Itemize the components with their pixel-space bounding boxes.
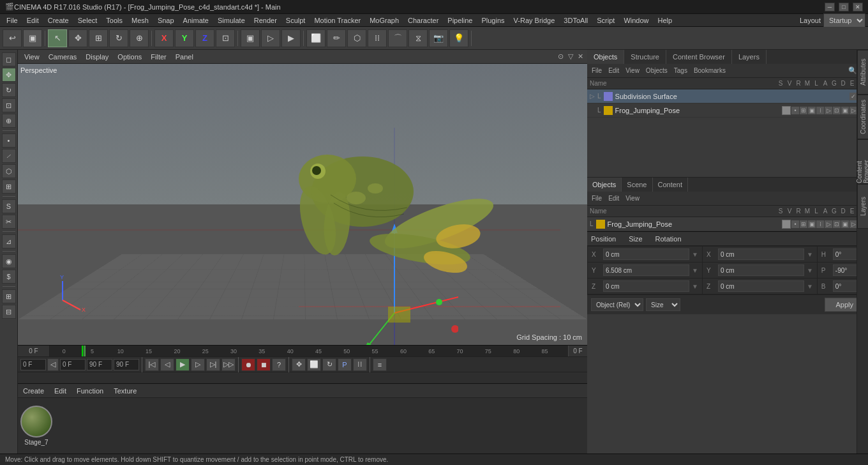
- menu-3dtoall[interactable]: 3DToAll: [560, 15, 592, 26]
- props-size-y-field[interactable]: [718, 264, 804, 276]
- light-button[interactable]: 💡: [449, 29, 468, 47]
- step-forward-frame-button[interactable]: ▷: [191, 358, 205, 371]
- anim-key-button[interactable]: ⬜: [307, 358, 321, 371]
- menu-sculpt[interactable]: Sculpt: [282, 15, 310, 26]
- menu-vray[interactable]: V-Ray Bridge: [510, 15, 559, 26]
- camera-button[interactable]: 📷: [429, 29, 448, 47]
- left-model-button[interactable]: ◻: [2, 52, 16, 66]
- content-ctrl7[interactable]: ▣: [841, 220, 849, 228]
- props-pos-y-field[interactable]: [603, 264, 689, 276]
- add-tool-button[interactable]: ⊕: [130, 29, 149, 47]
- menu-create[interactable]: Create: [44, 15, 73, 26]
- content-ctrl4[interactable]: ⁞: [816, 220, 824, 228]
- content-view-button[interactable]: View: [624, 194, 641, 202]
- record-button[interactable]: ⏺: [241, 358, 255, 371]
- props-size-x-field[interactable]: [718, 248, 804, 260]
- timeline-ruler[interactable]: 0 F 0 5 10 15 20 25 30 35 40: [18, 346, 587, 357]
- obj-row-subdivision[interactable]: ▷ L Subdivision Surface ✓ ✓: [587, 89, 868, 103]
- view-menu[interactable]: View: [20, 52, 43, 62]
- vp-expand-button[interactable]: ▽: [567, 52, 574, 61]
- props-pos-x-field[interactable]: [603, 248, 689, 260]
- side-tab-content-browser[interactable]: Content Browser: [857, 139, 868, 184]
- play-button[interactable]: ▶: [176, 358, 190, 371]
- display-menu[interactable]: Display: [82, 52, 112, 62]
- goto-end2-button[interactable]: ▷▷: [221, 358, 236, 371]
- record-stop-button[interactable]: ⏹: [257, 358, 271, 371]
- menu-help[interactable]: Help: [654, 15, 677, 26]
- mat-create-button[interactable]: Create: [20, 386, 47, 396]
- render-active-button[interactable]: ▶: [281, 29, 301, 47]
- side-tab-attributes[interactable]: Attributes: [857, 50, 868, 95]
- menu-plugins[interactable]: Plugins: [477, 15, 508, 26]
- obj-frog-ctrl2[interactable]: ⊞: [800, 107, 807, 114]
- content-ctrl3[interactable]: ▣: [808, 220, 816, 228]
- menu-edit[interactable]: Edit: [23, 15, 43, 26]
- left-rotate-button[interactable]: ↻: [2, 83, 16, 97]
- scale-tool-button[interactable]: ⊞: [89, 29, 108, 47]
- obj-frog-ctrl6[interactable]: ⊡: [833, 107, 841, 114]
- tab-objects-br[interactable]: Objects: [587, 178, 622, 192]
- axis-x-button[interactable]: X: [154, 29, 174, 47]
- anim-move-button[interactable]: ✥: [292, 358, 306, 371]
- menu-window[interactable]: Window: [620, 15, 652, 26]
- menu-render[interactable]: Render: [250, 15, 281, 26]
- tab-content-browser[interactable]: Content Browser: [666, 50, 732, 64]
- end-frame-field1[interactable]: [87, 359, 112, 370]
- props-pos-y-arrow[interactable]: ▼: [692, 267, 698, 274]
- left-layer-button[interactable]: ⊞: [2, 289, 16, 303]
- deform-button[interactable]: ⧖: [408, 29, 428, 47]
- side-tab-coordinates[interactable]: Coordinates: [857, 95, 868, 139]
- cameras-menu[interactable]: Cameras: [45, 52, 81, 62]
- start-frame-field[interactable]: [60, 359, 86, 370]
- mat-edit-button[interactable]: Edit: [52, 386, 69, 396]
- content-row-frog[interactable]: L Frog_Jumping_Pose • ⊞ ▣ ⁞ ▷ ⊡ ▣ ▷ ⬛: [587, 217, 868, 231]
- mat-function-button[interactable]: Function: [74, 386, 106, 396]
- left-edge-button[interactable]: ⟋: [2, 149, 16, 163]
- content-ctrl2[interactable]: ⊞: [800, 220, 807, 228]
- obj-frog-ctrl1[interactable]: •: [791, 107, 799, 114]
- props-size-z-arrow[interactable]: ▼: [807, 283, 813, 290]
- tab-scene[interactable]: Scene: [622, 178, 652, 192]
- filter-menu[interactable]: Filter: [147, 52, 170, 62]
- tab-layers-top[interactable]: Layers: [732, 50, 767, 64]
- content-ctrl6[interactable]: ⊡: [833, 220, 841, 228]
- obj-view-button[interactable]: View: [624, 66, 641, 75]
- left-move-button[interactable]: ✥: [2, 68, 16, 82]
- content-ctrl1[interactable]: •: [791, 220, 799, 228]
- content-ctrl5[interactable]: ▷: [825, 220, 832, 228]
- obj-bookmarks-button[interactable]: Bookmarks: [692, 66, 728, 75]
- viewport-canvas[interactable]: Y X: [18, 64, 587, 345]
- obj-tags-button[interactable]: Tags: [672, 66, 689, 75]
- menu-motion-tracker[interactable]: Motion Tracker: [310, 15, 364, 26]
- nurbs-button[interactable]: ⌒: [388, 29, 407, 47]
- left-poly-button[interactable]: ⬡: [2, 164, 16, 178]
- pen-button[interactable]: ✏: [327, 29, 346, 47]
- vp-close-button[interactable]: ✕: [576, 52, 585, 61]
- render-region-button[interactable]: ▷: [261, 29, 280, 47]
- select-tool-button[interactable]: ↖: [48, 29, 67, 47]
- content-edit-button[interactable]: Edit: [606, 194, 621, 202]
- left-measure-button[interactable]: ⊿: [2, 234, 16, 248]
- timeline-editor-button[interactable]: ≡: [373, 358, 387, 371]
- step-back-frame-button[interactable]: ◁: [160, 358, 174, 371]
- left-uvw-button[interactable]: ⊞: [2, 179, 16, 194]
- content-file-button[interactable]: File: [590, 194, 604, 202]
- obj-frog-ctrl5[interactable]: ▷: [825, 107, 832, 114]
- poly-button[interactable]: ⬡: [347, 29, 366, 47]
- left-twist-button[interactable]: S: [2, 199, 16, 213]
- menu-snap[interactable]: Snap: [154, 15, 178, 26]
- left-sculpt-button[interactable]: $: [2, 270, 16, 284]
- close-button[interactable]: ✕: [853, 3, 863, 11]
- axis-y-button[interactable]: Y: [175, 29, 194, 47]
- obj-file-button[interactable]: File: [590, 66, 604, 75]
- left-magnet-button[interactable]: ◉: [2, 254, 16, 268]
- left-scale-button[interactable]: ⊡: [2, 98, 16, 112]
- menu-simulate[interactable]: Simulate: [214, 15, 249, 26]
- current-frame-field[interactable]: [20, 359, 46, 370]
- menu-mesh[interactable]: Mesh: [128, 15, 153, 26]
- move-tool-button[interactable]: ✥: [68, 29, 87, 47]
- viewport-solo-button[interactable]: ▣: [241, 29, 260, 47]
- menu-pipeline[interactable]: Pipeline: [444, 15, 476, 26]
- layout-select[interactable]: Startup: [823, 13, 865, 27]
- anim-auto-button[interactable]: P: [338, 358, 352, 371]
